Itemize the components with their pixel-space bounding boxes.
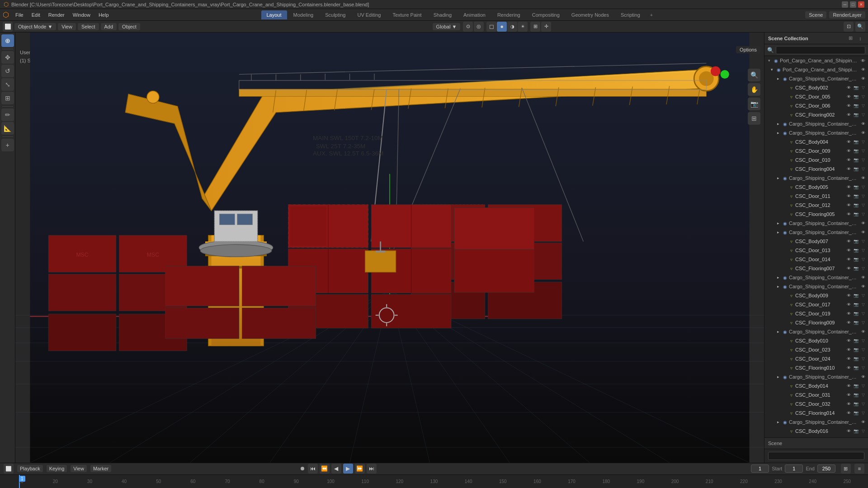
timeline-body[interactable]: 1 10203040506070809010011012013014015016… (0, 475, 868, 488)
eye-icon-obj_body004[interactable]: 👁 (845, 139, 852, 145)
filter-icon-obj_door013[interactable]: ▽ (860, 247, 866, 253)
outliner-item-obj_floor009[interactable]: ▿CSC_Flooring009👁📷▽ (764, 318, 868, 327)
transform-tool[interactable]: ⊞ (1, 92, 14, 104)
timeline-properties[interactable]: ≡ (854, 464, 864, 474)
outliner-item-obj_006[interactable]: ▿CSC_Door_006👁📷▽ (764, 101, 868, 110)
outliner-item-obj_body007[interactable]: ▿CSC_Body007👁📷▽ (764, 237, 868, 246)
menu-file[interactable]: File (12, 11, 27, 19)
eye-icon-col_010[interactable]: 👁 (860, 283, 866, 290)
camera-icon-obj_door014[interactable]: 📷 (853, 256, 859, 263)
gizmo-button[interactable]: ✛ (541, 22, 551, 32)
outliner-item-obj_door023[interactable]: ▿CSC_Door_023👁📷▽ (764, 345, 868, 354)
eye-icon-obj_door023[interactable]: 👁 (845, 347, 852, 353)
filter-icon-obj_body005[interactable]: ▽ (860, 184, 866, 190)
filter-icon-obj_door010[interactable]: ▽ (860, 157, 866, 163)
eye-icon-obj_door011[interactable]: 👁 (845, 193, 852, 199)
camera-icon-obj_005[interactable]: 📷 (853, 94, 859, 100)
render-layer-dropdown[interactable]: RenderLayer (829, 11, 865, 19)
scale-tool[interactable]: ⤡ (1, 78, 14, 91)
camera-icon-obj_door019[interactable]: 📷 (853, 310, 859, 317)
filter-icon-obj_door031[interactable]: ▽ (860, 392, 866, 398)
eye-icon-obj_floor009[interactable]: 👁 (845, 319, 852, 326)
outliner-item-col_001[interactable]: ▸◉Cargo_Shipping_Container_001👁 (764, 74, 868, 83)
outliner-item-obj_body002[interactable]: ▿CSC_Body002👁📷▽ (764, 83, 868, 92)
camera-view-button[interactable]: 📷 (748, 98, 760, 110)
filter-icon-obj_floor009[interactable]: ▽ (860, 319, 866, 326)
wireframe-button[interactable]: ◻ (486, 22, 496, 32)
eye-icon-col_root[interactable]: 👁 (860, 66, 866, 73)
jump-start-button[interactable]: ⏮ (308, 464, 318, 474)
filter-icon-obj_006[interactable]: ▽ (860, 103, 866, 109)
transform-space-dropdown[interactable]: Global▼ (433, 23, 461, 30)
eye-icon-col_001[interactable]: 👁 (860, 75, 866, 82)
eye-icon-obj_door010[interactable]: 👁 (845, 157, 852, 163)
properties-search-input[interactable] (768, 452, 864, 460)
camera-icon-obj_body010[interactable]: 📷 (853, 338, 859, 344)
tab-shading[interactable]: Shading (428, 10, 457, 19)
camera-icon-obj_body014[interactable]: 📷 (853, 383, 859, 389)
outliner-item-obj_door011[interactable]: ▿CSC_Door_011👁📷▽ (764, 192, 868, 201)
annotate-tool[interactable]: ✏ (1, 108, 14, 121)
cursor-tool[interactable]: ⊕ (1, 34, 14, 47)
camera-icon-obj_door023[interactable]: 📷 (853, 347, 859, 353)
eye-icon-obj_body007[interactable]: 👁 (845, 238, 852, 244)
camera-icon-obj_floor010[interactable]: 📷 (853, 365, 859, 371)
camera-icon-obj_floor005[interactable]: 📷 (853, 211, 859, 217)
outliner-search-input[interactable] (776, 46, 865, 54)
filter-icon-obj_body016[interactable]: ▽ (860, 428, 866, 434)
rotate-tool[interactable]: ↺ (1, 65, 14, 77)
prev-frame-button[interactable]: ⏪ (320, 464, 330, 474)
outliner-item-col_005[interactable]: ▸◉Cargo_Shipping_Container_005👁 (764, 128, 868, 137)
outliner-item-obj_body016[interactable]: ▿CSC_Body016👁📷▽ (764, 427, 868, 436)
eye-icon-col_006[interactable]: 👁 (860, 175, 866, 181)
filter-icon-obj_door024[interactable]: ▽ (860, 356, 866, 362)
outliner-item-obj_body010[interactable]: ▿CSC_Body010👁📷▽ (764, 336, 868, 345)
camera-icon-obj_door011[interactable]: 📷 (853, 193, 859, 199)
camera-icon-obj_body005[interactable]: 📷 (853, 184, 859, 190)
start-frame-input[interactable]: 1 (785, 465, 803, 473)
eye-icon-col_009[interactable]: 👁 (860, 274, 866, 281)
outliner-item-col_009[interactable]: ▸◉Cargo_Shipping_Container_009👁 (764, 273, 868, 282)
outliner-sync-button[interactable]: ↕ (856, 34, 864, 42)
visibility-icon[interactable]: 👁 (860, 57, 866, 64)
outliner-item-col_010[interactable]: ▸◉Cargo_Shipping_Container_010👁 (764, 282, 868, 291)
camera-icon-obj_door012[interactable]: 📷 (853, 202, 859, 208)
outliner-item-obj_body004[interactable]: ▿CSC_Body004👁📷▽ (764, 137, 868, 146)
eye-icon-obj_006[interactable]: 👁 (845, 103, 852, 109)
filter-icon-obj_body014[interactable]: ▽ (860, 383, 866, 389)
tab-modeling[interactable]: Modeling (288, 10, 319, 19)
filter-icon-obj_floor007[interactable]: ▽ (860, 265, 866, 272)
eye-icon-col_017[interactable]: 👁 (860, 419, 866, 425)
camera-icon-obj_door010[interactable]: 📷 (853, 157, 859, 163)
outliner-item-obj_body014[interactable]: ▿CSC_Body014👁📷▽ (764, 381, 868, 390)
eye-icon-obj_door017[interactable]: 👁 (845, 301, 852, 308)
filter-icon-obj_door019[interactable]: ▽ (860, 310, 866, 317)
filter-icon-obj_door012[interactable]: ▽ (860, 202, 866, 208)
tab-scripting[interactable]: Scripting (615, 10, 646, 19)
zoom-to-fit-button[interactable]: 🔍 (748, 69, 760, 81)
eye-icon-obj_body005[interactable]: 👁 (845, 184, 852, 190)
play-reverse-button[interactable]: ◀ (331, 464, 341, 474)
tab-rendering[interactable]: Rendering (492, 10, 526, 19)
eye-icon-obj_door031[interactable]: 👁 (845, 392, 852, 398)
outliner-item-obj_door032[interactable]: ▿CSC_Door_032👁📷▽ (764, 399, 868, 408)
eye-icon-obj_door024[interactable]: 👁 (845, 356, 852, 362)
tab-sculpting[interactable]: Sculpting (320, 10, 351, 19)
camera-icon-obj_door013[interactable]: 📷 (853, 247, 859, 253)
outliner-item-col_017[interactable]: ▸◉Cargo_Shipping_Container_017👁 (764, 418, 868, 427)
outliner-item-col_006[interactable]: ▸◉Cargo_Shipping_Container_006👁 (764, 174, 868, 183)
tab-animation[interactable]: Animation (458, 10, 491, 19)
filter-icon-obj_door017[interactable]: ▽ (860, 301, 866, 308)
outliner-item-obj_floor004[interactable]: ▿CSC_Flooring004👁📷▽ (764, 164, 868, 174)
outliner-item-obj_005[interactable]: ▿CSC_Door_005👁📷▽ (764, 92, 868, 101)
camera-icon-obj_floor014[interactable]: 📷 (853, 410, 859, 416)
eye-icon-obj_body016[interactable]: 👁 (845, 428, 852, 434)
menu-window[interactable]: Window (69, 11, 94, 19)
eye-icon-obj_floor014[interactable]: 👁 (845, 410, 852, 416)
eye-icon-obj_floor007[interactable]: 👁 (845, 265, 852, 272)
close-button[interactable]: ✕ (858, 1, 864, 8)
marker-menu[interactable]: Marker (90, 465, 111, 472)
eye-icon-col_005[interactable]: 👁 (860, 130, 866, 136)
eye-icon-obj_body014[interactable]: 👁 (845, 383, 852, 389)
filter-icon-obj_door009[interactable]: ▽ (860, 148, 866, 154)
